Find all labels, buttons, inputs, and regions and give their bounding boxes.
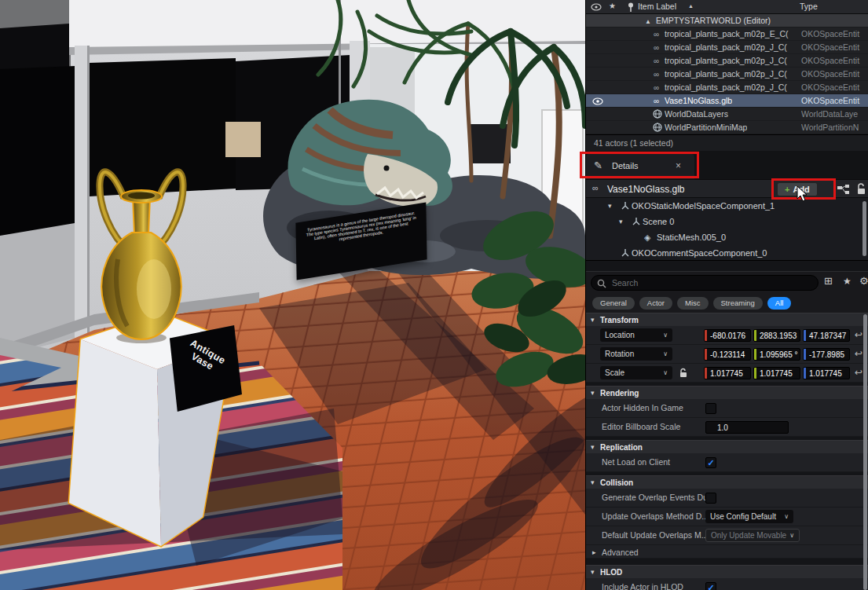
row-generate-overlap: Generate Overlap Events Du..: [586, 489, 868, 508]
reset-location-button[interactable]: ↩: [855, 329, 863, 340]
sort-asc-icon[interactable]: ▲: [688, 3, 694, 9]
section-title: Transform: [600, 313, 639, 327]
grid-view-icon[interactable]: ⊞: [824, 275, 833, 287]
update-overlaps-dropdown[interactable]: Use Config Default∨: [705, 510, 793, 523]
outliner-row[interactable]: ∞ tropical_plants_pack_m02p_J_C( OKOSpac…: [586, 81, 868, 94]
rotation-dropdown[interactable]: Rotation∨: [600, 347, 672, 361]
column-type[interactable]: Type: [800, 2, 818, 11]
close-tab-button[interactable]: ×: [676, 160, 681, 171]
scale-lock-icon[interactable]: [679, 368, 688, 379]
panel-divider: [586, 261, 868, 272]
row-label: tropical_plants_pack_m02p_J_C(: [665, 54, 787, 68]
node-graph-icon[interactable]: [837, 185, 850, 195]
tab-streaming[interactable]: Streaming: [713, 297, 763, 310]
scale-x-field[interactable]: 1.017745: [704, 367, 751, 379]
pin-column-icon[interactable]: [627, 2, 635, 12]
search-icon: [597, 279, 606, 288]
section-replication[interactable]: ▾ Replication: [586, 440, 868, 453]
location-dropdown[interactable]: Location∨: [600, 328, 672, 342]
generate-overlap-checkbox[interactable]: [705, 493, 716, 504]
viewport-3d-scene[interactable]: Tyrannosaurus is a genus of the large th…: [0, 0, 585, 590]
outliner-row[interactable]: WorldPartitionMiniMap WorldPartitionN: [586, 121, 868, 134]
row-type: OKOSpaceEntit: [801, 94, 867, 108]
reset-rotation-button[interactable]: ↩: [855, 348, 863, 359]
section-title: Rendering: [600, 387, 639, 400]
tab-general[interactable]: General: [592, 297, 635, 310]
outliner-row[interactable]: WorldDataLayers WorldDataLaye: [586, 108, 868, 121]
billboard-scale-field[interactable]: 1.0: [705, 421, 789, 434]
outliner-row[interactable]: ∞ tropical_plants_pack_m02p_J_C( OKOSpac…: [586, 54, 868, 68]
chevron-down-icon: ∨: [784, 513, 789, 520]
collapse-arrow: ▸: [592, 548, 596, 556]
rotation-x-field[interactable]: -0.123114: [704, 348, 751, 361]
component-label: StaticMesh.005_0: [657, 229, 726, 245]
outliner-row-world[interactable]: ▲ EMPTYSTARTWORLD (Editor): [586, 14, 868, 27]
eye-column-icon[interactable]: [591, 3, 602, 11]
section-collision[interactable]: ▾ Collision: [586, 475, 868, 489]
section-title: Collision: [600, 476, 633, 489]
eye-icon[interactable]: [592, 97, 603, 105]
details-scrollbar[interactable]: [863, 314, 867, 590]
tab-actor[interactable]: Actor: [639, 297, 672, 310]
scale-z-field[interactable]: 1.017745: [803, 367, 850, 379]
rotation-z-field[interactable]: -177.8985: [803, 348, 850, 361]
tab-details[interactable]: ✎ Details ×: [586, 154, 694, 179]
row-default-update-overlaps: Default Update Overlaps M.. Only Update …: [586, 526, 868, 545]
star-column-icon[interactable]: ★: [609, 2, 616, 10]
section-hlod[interactable]: ▾ HLOD: [586, 565, 868, 578]
outliner-row-selected[interactable]: ∞ Vase1NoGlass.glb OKOSpaceEntit: [586, 94, 868, 108]
component-row[interactable]: ▾ OKOStaticModelSpaceComponent_1: [586, 198, 868, 214]
row-include-hlod: Include Actor in HLOD ✓: [586, 578, 868, 590]
net-load-checkbox[interactable]: ✓: [705, 457, 716, 468]
row-label: tropical_plants_pack_m02p_E_C(: [665, 27, 789, 41]
link-icon: ∞: [654, 81, 659, 94]
component-row[interactable]: OKOCommentSpaceComponent_0: [586, 245, 868, 261]
reset-scale-button[interactable]: ↩: [855, 367, 863, 378]
scale-y-field[interactable]: 1.017745: [753, 367, 800, 379]
scale-dropdown[interactable]: Scale∨: [600, 366, 672, 379]
section-rendering[interactable]: ▾ Rendering: [586, 386, 868, 399]
row-advanced[interactable]: ▸ Advanced: [586, 545, 868, 559]
row-actor-hidden: Actor Hidden In Game: [586, 399, 868, 418]
section-arrow: ▾: [591, 387, 595, 400]
outliner-row[interactable]: ∞ tropical_plants_pack_m02p_E_C( OKOSpac…: [586, 27, 868, 41]
row-label: Vase1NoGlass.glb: [665, 94, 732, 108]
component-label: Scene 0: [643, 214, 674, 229]
rotation-y-field[interactable]: 1.095965 °: [753, 348, 800, 361]
section-title: HLOD: [600, 566, 622, 579]
component-row[interactable]: ◈ StaticMesh.005_0: [586, 229, 868, 245]
actor-hidden-checkbox[interactable]: [705, 403, 716, 414]
level-icon: ▲: [645, 15, 651, 28]
outliner-row[interactable]: ∞ tropical_plants_pack_m02p_J_C( OKOSpac…: [586, 41, 868, 54]
location-x-field[interactable]: -680.0176: [704, 329, 751, 342]
section-arrow: ▾: [591, 313, 595, 327]
unlock-icon[interactable]: [856, 183, 866, 195]
favorites-icon[interactable]: ★: [843, 276, 852, 287]
expand-arrow[interactable]: ▾: [619, 214, 623, 229]
outliner-row[interactable]: ∞ tropical_plants_pack_m02p_J_C( OKOSpac…: [586, 68, 868, 81]
component-label: OKOStaticModelSpaceComponent_1: [632, 198, 775, 214]
row-scale: Scale∨ 1.017745 1.017745 1.017745 ↩: [586, 364, 868, 383]
settings-gear-icon[interactable]: ⚙: [859, 275, 868, 287]
search-box[interactable]: [591, 275, 819, 291]
tab-misc[interactable]: Misc: [677, 297, 709, 310]
component-scrollbar[interactable]: [863, 201, 866, 256]
details-tab-bar: ✎ Details ×: [586, 151, 868, 179]
default-update-overlaps-dropdown[interactable]: Only Update Movable∨: [705, 529, 800, 542]
search-input[interactable]: [612, 277, 808, 289]
component-row[interactable]: ▾ Scene 0: [586, 214, 868, 229]
location-y-field[interactable]: 2883.1953: [753, 329, 800, 342]
location-z-field[interactable]: 47.187347: [803, 329, 850, 342]
expand-arrow[interactable]: ▾: [608, 198, 612, 214]
outliner-status: 41 actors (1 selected): [586, 134, 868, 151]
row-type: OKOSpaceEntit: [801, 54, 867, 68]
include-hlod-checkbox[interactable]: ✓: [705, 582, 716, 590]
section-transform[interactable]: ▾ Transform: [586, 313, 868, 326]
chevron-down-icon: ∨: [663, 369, 668, 376]
globe-icon: [653, 109, 662, 119]
row-type: WorldPartitionN: [801, 121, 867, 134]
tab-all[interactable]: All: [767, 297, 792, 310]
column-item-label[interactable]: Item Label: [638, 2, 676, 11]
chevron-down-icon: ∨: [789, 532, 794, 539]
section-title: Replication: [600, 441, 643, 454]
